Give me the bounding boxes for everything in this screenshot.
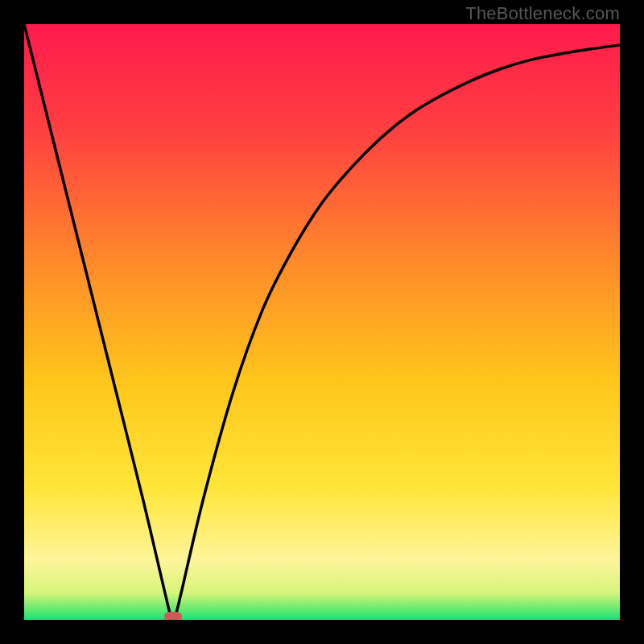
plot-area <box>24 24 620 620</box>
bottleneck-curve-path <box>24 24 620 620</box>
chart-frame: TheBottleneck.com <box>0 0 644 644</box>
watermark-text: TheBottleneck.com <box>465 3 620 24</box>
optimal-point-marker <box>164 612 182 620</box>
curve-layer <box>24 24 620 620</box>
